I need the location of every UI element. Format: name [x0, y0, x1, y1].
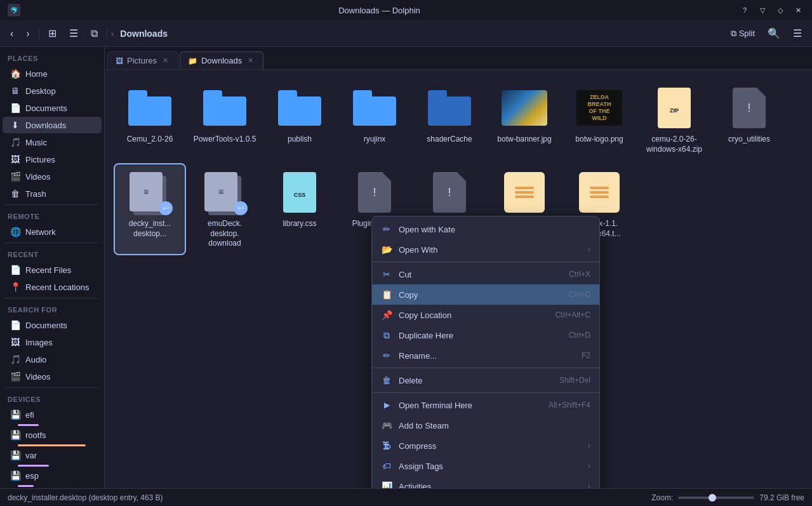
cm-cut-label: Cut	[399, 270, 562, 279]
sidebar-item-search-audio[interactable]: 🎵 Audio	[3, 351, 102, 368]
search-button[interactable]: 🔍	[762, 24, 785, 43]
file-item-decky[interactable]: ≡ ≡ ↩ decky_inst...desktop...	[115, 164, 185, 254]
close-button[interactable]: ✕	[792, 4, 804, 17]
cm-delete-icon: 🗑	[381, 375, 392, 386]
zoom-slider[interactable]	[678, 496, 754, 499]
cm-rename[interactable]: ✏ Rename... F2	[372, 345, 599, 366]
cm-delete[interactable]: 🗑 Delete Shift+Del	[372, 370, 599, 390]
sidebar-item-pictures[interactable]: 🖼 Pictures	[3, 151, 102, 168]
tab-pictures[interactable]: 🖼 Pictures ✕	[107, 51, 178, 69]
breadcrumb-downloads[interactable]: Downloads	[116, 27, 171, 40]
trash-icon: 🗑	[10, 189, 20, 199]
sidebar-item-var[interactable]: 💾 var	[3, 447, 102, 463]
script-icon-emudeck: ≡ ≡ ↩	[202, 170, 248, 215]
cm-copy-location-icon: 📌	[381, 309, 392, 321]
file-item-cryo[interactable]: ! cryo_utilities	[714, 80, 784, 159]
recent-files-icon: 📄	[10, 265, 20, 275]
sidebar-item-trash[interactable]: 🗑 Trash	[3, 185, 102, 202]
home-icon: 🏠	[10, 69, 20, 79]
sidebar-item-network[interactable]: 🌐 Network	[3, 223, 102, 240]
cm-terminal[interactable]: ▶ Open Terminal Here Alt+Shift+F4	[372, 395, 599, 415]
sidebar-item-search-docs[interactable]: 📄 Documents	[3, 317, 102, 333]
cm-assign-tags[interactable]: 🏷 Assign Tags ›	[372, 456, 599, 476]
sidebar-item-recent-locations[interactable]: 📍 Recent Locations	[3, 279, 102, 295]
back-button[interactable]: ‹	[5, 24, 18, 43]
sidebar-label-trash: Trash	[25, 189, 94, 199]
sidebar-item-search-images[interactable]: 🖼 Images	[3, 334, 102, 350]
sidebar-item-home[interactable]: 🏠 Home	[3, 65, 102, 82]
cm-duplicate-icon: ⧉	[381, 330, 392, 341]
file-item-cemu[interactable]: Cemu_2.0-26	[115, 80, 185, 159]
cm-open-with[interactable]: 📂 Open With ›	[372, 239, 599, 260]
tab-downloads[interactable]: 📁 Downloads ✕	[180, 51, 263, 69]
file-label-emudeck: emuDeck.desktop.download	[208, 219, 242, 249]
file-label-ryujinx: ryujinx	[364, 135, 386, 145]
cm-add-steam[interactable]: 🎮 Add to Steam	[372, 415, 599, 436]
menu-button[interactable]: ☰	[788, 24, 807, 43]
script-icon-pluginloader: !	[352, 170, 397, 215]
folder-icon-cemu	[127, 85, 173, 131]
sidebar-item-esp[interactable]: 💾 esp	[3, 467, 102, 484]
sidebar-item-music[interactable]: 🎵 Music	[3, 134, 102, 150]
file-item-library-css[interactable]: CSS library.css	[265, 164, 335, 254]
sidebar-label-rootfs: rootfs	[25, 430, 94, 440]
cm-assign-tags-arrow: ›	[588, 462, 590, 470]
tab-pictures-close[interactable]: ✕	[161, 56, 170, 65]
forward-button[interactable]: ›	[21, 24, 34, 43]
file-item-ryujinx[interactable]: ryujinx	[340, 80, 409, 159]
file-label-botw-banner: botw-banner.jpg	[497, 135, 551, 145]
sidebar-item-recent-files[interactable]: 📄 Recent Files	[3, 262, 102, 278]
sidebar-item-desktop[interactable]: 🖥 Desktop	[3, 83, 102, 99]
split-button[interactable]: ⧉Split	[726, 24, 760, 43]
sidebar-div1	[5, 204, 99, 205]
downloads-icon: ⬇	[10, 120, 20, 130]
cm-duplicate[interactable]: ⧉ Duplicate Here Ctrl+D	[372, 325, 599, 345]
zip-icon-cemu: ZIP	[651, 85, 697, 131]
sidebar-item-videos[interactable]: 🎬 Videos	[3, 168, 102, 185]
sidebar-item-rootfs[interactable]: 💾 rootfs	[3, 427, 102, 443]
help-button[interactable]: ?	[738, 4, 751, 17]
sidebar-item-documents[interactable]: 📄 Documents	[3, 100, 102, 116]
image-icon-botw-banner	[502, 85, 547, 131]
statusbar-text: decky_installer.desktop (desktop entry, …	[8, 493, 163, 502]
sidebar-item-efi[interactable]: 💾 efi	[3, 406, 102, 423]
sidebar-label-search-videos: Videos	[25, 372, 94, 382]
file-item-powertools[interactable]: PowerTools-v1.0.5	[190, 80, 260, 159]
cm-compress[interactable]: 🗜 Compress ›	[372, 436, 599, 456]
tab-pictures-label: Pictures	[127, 56, 157, 65]
cm-copy[interactable]: 📋 Copy Ctrl+C	[372, 284, 599, 305]
file-item-shadercache[interactable]: shaderCache	[415, 80, 484, 159]
list-view-button[interactable]: ☰	[64, 24, 83, 43]
cm-copy-location[interactable]: 📌 Copy Location Ctrl+Alt+C	[372, 305, 599, 325]
music-icon: 🎵	[10, 137, 20, 147]
tab-bar: 🖼 Pictures ✕ 📁 Downloads ✕	[105, 47, 812, 70]
cm-open-kate[interactable]: ✏ Open with Kate	[372, 219, 599, 239]
file-item-botw-banner[interactable]: botw-banner.jpg	[489, 80, 559, 159]
minimize-button[interactable]: ▽	[756, 4, 769, 17]
sidebar-item-search-videos[interactable]: 🎬 Videos	[3, 368, 102, 385]
cm-cut[interactable]: ✂ Cut Ctrl+X	[372, 264, 599, 284]
maximize-button[interactable]: ◇	[774, 4, 787, 17]
sidebar-label-home: Home	[25, 69, 94, 79]
cm-activities[interactable]: 📊 Activities ›	[372, 476, 599, 488]
image-icon-botw-logo: ZELDABREATHOF THEWILD	[576, 85, 622, 131]
tab-downloads-close[interactable]: ✕	[246, 56, 255, 65]
cm-activities-label: Activities	[399, 482, 582, 489]
main-layout: Places 🏠 Home 🖥 Desktop 📄 Documents ⬇ Do…	[0, 47, 812, 488]
file-item-cemu-zip[interactable]: ZIP cemu-2.0-26-windows-x64.zip	[639, 80, 709, 159]
sidebar-item-downloads[interactable]: ⬇ Downloads	[3, 117, 102, 133]
sidebar-label-documents: Documents	[25, 103, 94, 113]
archive-icon-powertools	[502, 170, 547, 215]
desktop-icon-decky: ≡ ≡ ↩	[127, 170, 173, 215]
file-item-publish[interactable]: publish	[265, 80, 335, 159]
folder-icon-shadercache	[427, 85, 472, 131]
breadcrumb-chevron: ›	[111, 29, 114, 39]
file-item-botw-logo[interactable]: ZELDABREATHOF THEWILD botw-logo.png	[564, 80, 634, 159]
sidebar-label-search-docs: Documents	[25, 321, 94, 330]
icons-view-button[interactable]: ⊞	[43, 24, 62, 43]
file-item-emudeck[interactable]: ≡ ≡ ↩ emuDeck.desktop.download	[190, 164, 260, 254]
sidebar-label-downloads: Downloads	[25, 121, 94, 130]
split-view-button[interactable]: ⧉	[86, 24, 103, 43]
cm-open-kate-icon: ✏	[381, 223, 392, 235]
sidebar-label-pictures: Pictures	[25, 155, 94, 164]
